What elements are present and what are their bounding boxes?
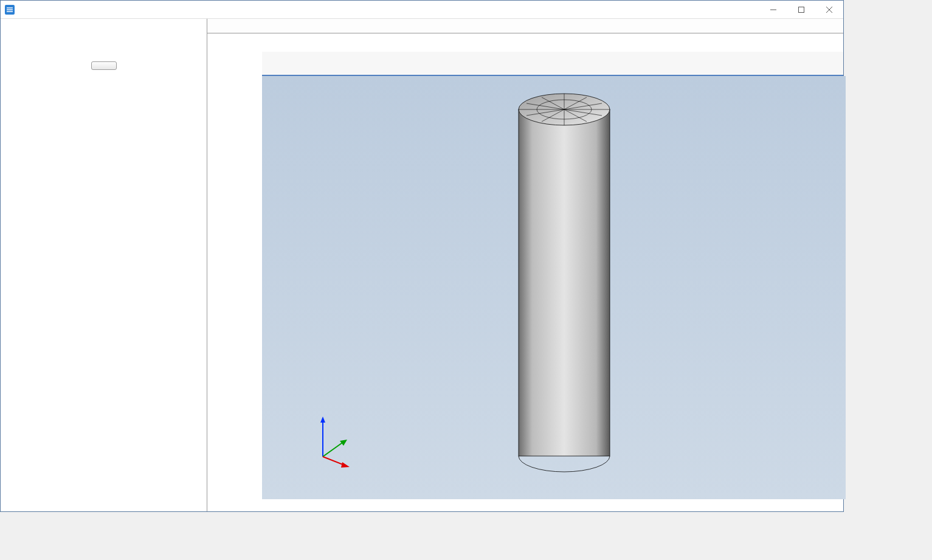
svg-marker-19 (341, 462, 350, 468)
svg-marker-17 (340, 440, 347, 446)
calculate-button[interactable] (91, 61, 117, 70)
svg-marker-15 (320, 417, 325, 423)
svg-rect-5 (519, 109, 610, 456)
app-window (0, 0, 844, 512)
svg-line-16 (323, 441, 344, 457)
maximize-button[interactable] (787, 1, 815, 19)
svg-rect-2 (799, 7, 804, 12)
close-button[interactable] (815, 1, 843, 19)
3d-viewport[interactable] (262, 76, 846, 499)
parameter-sidebar (1, 19, 207, 511)
viewer-toolbar (262, 52, 843, 76)
axes-widget (311, 414, 359, 469)
titlebar (1, 1, 843, 19)
minimize-button[interactable] (759, 1, 787, 19)
tabs-bar (207, 19, 843, 33)
app-icon (4, 4, 15, 15)
main-panel (207, 19, 843, 511)
mesh-model (511, 88, 621, 477)
